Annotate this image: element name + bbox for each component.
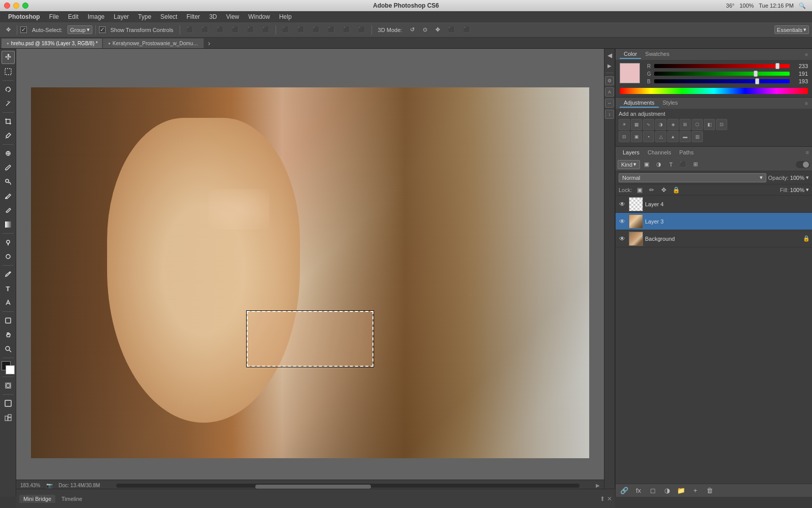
align-vcenter-btn[interactable]: ⬛ xyxy=(198,25,212,34)
adj-photofilter[interactable]: ⊡ xyxy=(716,119,727,130)
adj-panel-header[interactable]: Adjustments Styles ≡ xyxy=(616,98,812,109)
scroll-right-btn[interactable]: ▶ xyxy=(596,483,600,488)
menu-view[interactable]: View xyxy=(222,12,243,21)
icon-col-btn-3[interactable]: ↔ xyxy=(605,99,614,108)
text-tool[interactable]: T xyxy=(2,282,15,295)
adj-channelmixer[interactable]: ⊟ xyxy=(619,131,630,142)
align-right-btn[interactable]: ⬛ xyxy=(259,25,273,34)
b-slider[interactable] xyxy=(654,79,790,83)
close-tab-icon[interactable]: ● xyxy=(7,41,9,46)
b-thumb[interactable] xyxy=(755,78,759,84)
lock-all-btn[interactable]: 🔒 xyxy=(671,185,681,195)
brush-tool[interactable] xyxy=(2,161,15,174)
clone-stamp-tool[interactable] xyxy=(2,175,15,188)
menu-file[interactable]: File xyxy=(45,12,63,21)
3d-slide-btn[interactable]: ⬛ xyxy=(445,25,458,34)
adj-invert[interactable]: ▪ xyxy=(643,131,654,142)
color-panel-collapse[interactable]: ≡ xyxy=(805,52,808,57)
pen-tool[interactable] xyxy=(2,268,15,281)
adj-brightness[interactable]: ☀ xyxy=(619,119,630,130)
lasso-tool[interactable] xyxy=(2,83,15,96)
3d-pan-btn[interactable]: ✥ xyxy=(432,25,443,34)
layer-4-visibility[interactable]: 👁 xyxy=(618,200,627,209)
adjustments-tab[interactable]: Adjustments xyxy=(620,99,659,108)
layers-tab[interactable]: Layers xyxy=(619,148,644,156)
lock-position-btn[interactable]: ✥ xyxy=(659,185,668,195)
close-button[interactable] xyxy=(4,3,10,9)
horizontal-scrollbar-thumb[interactable] xyxy=(255,485,371,489)
distribute2-btn[interactable]: ⬛ xyxy=(294,25,308,34)
align-bottom-btn[interactable]: ⬛ xyxy=(214,25,227,34)
path-select-tool[interactable] xyxy=(2,296,15,309)
expand-btn[interactable]: ▶ xyxy=(606,62,613,70)
paths-tab[interactable]: Paths xyxy=(675,148,698,156)
minimize-button[interactable] xyxy=(13,3,19,9)
quick-mask-btn[interactable] xyxy=(2,379,15,392)
menu-help[interactable]: Help xyxy=(275,12,296,21)
layer-3-visibility[interactable]: 👁 xyxy=(618,217,627,226)
mini-bridge-expand-icon[interactable]: ⬆ xyxy=(600,495,605,502)
mini-bridge-close-icon[interactable]: ✕ xyxy=(607,495,612,502)
filter-type-btn[interactable]: T xyxy=(665,160,676,170)
auto-select-checkbox[interactable]: ✓ xyxy=(20,26,27,33)
lock-pixels-btn[interactable]: ▣ xyxy=(635,185,644,195)
align-left-btn[interactable]: ⬛ xyxy=(229,25,242,34)
doc-tabs-more[interactable]: › xyxy=(204,38,214,48)
adj-curves[interactable]: ∿ xyxy=(643,119,654,130)
transform-controls-checkbox[interactable]: ✓ xyxy=(99,26,106,33)
zoom-tool[interactable] xyxy=(2,342,15,356)
history-brush-tool[interactable] xyxy=(2,189,15,203)
layer-row-bg[interactable]: 👁 Background 🔒 xyxy=(616,230,812,247)
hand-tool[interactable] xyxy=(2,328,15,341)
menu-window[interactable]: Window xyxy=(244,12,274,21)
layer-filter-toggle[interactable] xyxy=(796,161,810,168)
distribute-btn[interactable]: ⬛ xyxy=(279,25,292,34)
layer-link-btn[interactable]: 🔗 xyxy=(619,486,630,496)
doc-tab-active[interactable]: ● hrehu.psd @ 183% (Layer 3, RGB/8) * ✕ xyxy=(1,38,103,48)
adj-hsl[interactable]: ⊞ xyxy=(680,119,691,130)
adj-posterize[interactable]: △ xyxy=(655,131,666,142)
collapse-right-btn[interactable]: ◀ xyxy=(606,51,613,60)
adj-panel-collapse[interactable]: ≡ xyxy=(805,101,808,106)
layer-mask-btn[interactable]: ◻ xyxy=(647,486,658,496)
color-tab[interactable]: Color xyxy=(620,50,641,59)
layer-group-btn[interactable]: 📁 xyxy=(675,486,687,496)
adj-vibrance[interactable]: ◈ xyxy=(667,119,679,130)
adj-gradientmap[interactable]: ▬ xyxy=(680,131,691,142)
foreground-background-colors[interactable] xyxy=(2,361,15,374)
timeline-tab[interactable]: Timeline xyxy=(57,495,86,503)
align-hcenter-btn[interactable]: ⬛ xyxy=(244,25,257,34)
gradient-tool[interactable] xyxy=(2,218,15,231)
bg-visibility[interactable]: 👁 xyxy=(618,234,627,243)
healing-tool[interactable] xyxy=(2,147,15,160)
layer-new-btn[interactable]: + xyxy=(690,486,701,496)
shape-tool[interactable] xyxy=(2,314,15,327)
icon-col-btn-4[interactable]: ↕ xyxy=(605,110,614,119)
eyedropper-tool[interactable] xyxy=(2,129,15,142)
adj-threshold[interactable]: ▲ xyxy=(667,131,679,142)
magic-wand-tool[interactable] xyxy=(2,97,15,110)
screen-mode-btn[interactable] xyxy=(2,397,15,410)
adj-selectivecolor[interactable]: ▥ xyxy=(692,131,703,142)
filter-smart-btn[interactable]: ⊞ xyxy=(690,160,701,170)
adj-colorlookup[interactable]: ▣ xyxy=(631,131,642,142)
menu-select[interactable]: Select xyxy=(156,12,181,21)
workspace-dropdown[interactable]: Essentials ▾ xyxy=(774,25,809,34)
app-frames-btn[interactable] xyxy=(2,411,15,424)
g-slider[interactable] xyxy=(654,72,790,76)
blend-mode-dropdown[interactable]: Normal ▾ xyxy=(619,173,766,182)
maximize-button[interactable] xyxy=(22,3,28,9)
adj-exposure[interactable]: ◑ xyxy=(655,119,666,130)
layer-delete-btn[interactable]: 🗑 xyxy=(704,486,715,496)
color-preview-swatch[interactable] xyxy=(620,63,640,83)
3d-roll-btn[interactable]: ⊙ xyxy=(420,25,430,34)
distribute6-btn[interactable]: ⬛ xyxy=(355,25,368,34)
search-icon[interactable]: 🔍 xyxy=(799,3,806,9)
layer-kind-dropdown[interactable]: Kind ▾ xyxy=(618,160,640,169)
menu-edit[interactable]: Edit xyxy=(64,12,83,21)
fill-chevron[interactable]: ▾ xyxy=(806,186,809,193)
layer-row-4[interactable]: 👁 Layer 4 xyxy=(616,196,812,213)
background-color[interactable] xyxy=(6,365,15,374)
align-top-btn[interactable]: ⬛ xyxy=(183,25,196,34)
menu-type[interactable]: Type xyxy=(134,12,155,21)
